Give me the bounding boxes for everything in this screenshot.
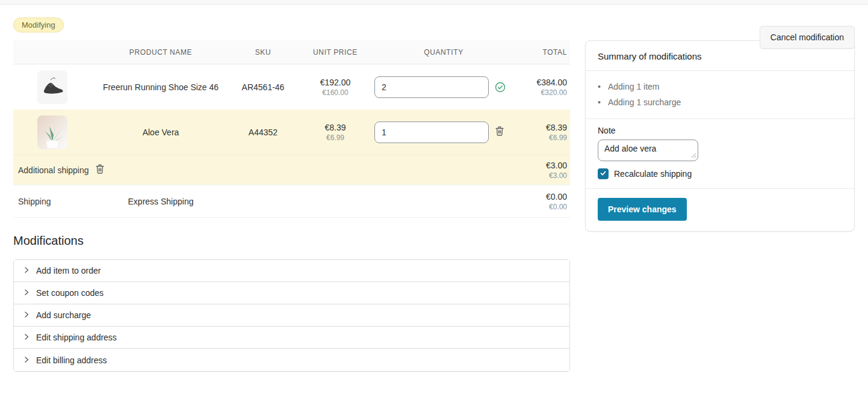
top-bar [0,0,868,5]
recalculate-checkbox[interactable] [598,168,609,179]
chevron-right-icon [23,287,30,298]
chevron-right-icon [23,355,30,366]
product-image-aloe-vera [37,115,67,149]
surcharge-total: €3.00 [546,161,567,170]
col-unit-price: UNIT PRICE [296,48,374,57]
unit-price-excl: €160.00 [296,88,374,97]
checkmark-icon [600,168,607,179]
surcharge-label: Additional shipping [18,165,89,175]
summary-item-text: Adding 1 item [608,79,660,94]
table-row-shoe: Freerun Running Shoe Size 46 AR4561-46 €… [13,64,570,109]
quantity-input[interactable] [374,76,489,98]
line-total: €8.39 [513,123,567,132]
product-sku: A44352 [230,128,296,137]
product-image-running-shoe [37,70,67,104]
check-circle-icon [495,82,506,93]
accordion-set-coupon-codes[interactable]: Set coupon codes [14,282,569,304]
summary-list: • Adding 1 item • Adding 1 surcharge [586,71,854,119]
shipping-method: Express Shipping [91,197,230,206]
recalculate-shipping-option[interactable]: Recalculate shipping [598,168,842,179]
shipping-total-excl: €0.00 [513,203,567,211]
summary-item: • Adding 1 item [598,79,842,94]
summary-item-text: Adding 1 surcharge [608,94,681,110]
order-table: PRODUCT NAME SKU UNIT PRICE QUANTITY TOT… [13,40,570,218]
unit-price: €8.39 [296,123,374,132]
trash-icon [95,164,105,176]
shipping-total: €0.00 [513,192,567,201]
preview-changes-button[interactable]: Preview changes [598,198,687,221]
line-total-excl: €320.00 [513,88,567,97]
surcharge-total-excl: €3.00 [546,171,567,180]
accordion-label: Add item to order [36,266,101,275]
table-row-shipping: Shipping Express Shipping €0.00 €0.00 [13,185,570,218]
accordion-label: Edit billing address [36,355,107,365]
modifications-accordion: Add item to order Set coupon codes Add s… [13,259,570,372]
order-items-section: PRODUCT NAME SKU UNIT PRICE QUANTITY TOT… [13,40,570,372]
cancel-modification-button[interactable]: Cancel modification [760,26,855,49]
chevron-right-icon [23,265,30,276]
table-header-row: PRODUCT NAME SKU UNIT PRICE QUANTITY TOT… [13,40,570,64]
accordion-edit-billing-address[interactable]: Edit billing address [14,349,569,371]
chevron-right-icon [23,332,30,343]
col-quantity: QUANTITY [374,48,513,57]
trash-icon [495,126,504,138]
col-total: TOTAL [513,48,570,57]
delete-surcharge-button[interactable] [95,164,105,176]
note-textarea[interactable]: Add aloe vera [598,140,698,161]
product-sku: AR4561-46 [230,82,296,92]
summary-card: Summary of modifications • Adding 1 item… [585,40,855,232]
unit-price-excl: €6.99 [296,134,374,142]
bullet-icon: • [598,94,601,110]
delete-item-button[interactable] [495,126,504,138]
line-total-excl: €6.99 [513,134,567,142]
shipping-label: Shipping [13,197,91,206]
line-total: €384.00 [513,78,567,87]
table-row-aloe-vera: Aloe Vera A44352 €8.39 €6.99 [13,109,570,155]
quantity-input[interactable] [374,121,489,143]
col-product-name: PRODUCT NAME [91,48,230,57]
recalculate-label: Recalculate shipping [614,169,692,179]
accordion-add-item-to-order[interactable]: Add item to order [14,260,569,282]
product-name: Aloe Vera [91,128,230,137]
order-modification-page: Modifying Cancel modification PRODUCT NA… [0,17,868,372]
accordion-label: Set coupon codes [36,288,104,298]
unit-price: €192.00 [296,78,374,87]
chevron-right-icon [23,310,30,321]
summary-item: • Adding 1 surcharge [598,94,842,110]
accordion-label: Add surcharge [36,310,91,320]
table-row-additional-shipping: Additional shipping [13,155,570,185]
accordion-label: Edit shipping address [36,333,117,342]
status-badge: Modifying [13,17,64,32]
modifications-title: Modifications [13,234,570,248]
bullet-icon: • [598,79,601,94]
note-label: Note [598,126,842,135]
col-sku: SKU [230,48,296,57]
accordion-edit-shipping-address[interactable]: Edit shipping address [14,327,569,349]
product-name: Freerun Running Shoe Size 46 [91,82,230,92]
accordion-add-surcharge[interactable]: Add surcharge [14,304,569,327]
